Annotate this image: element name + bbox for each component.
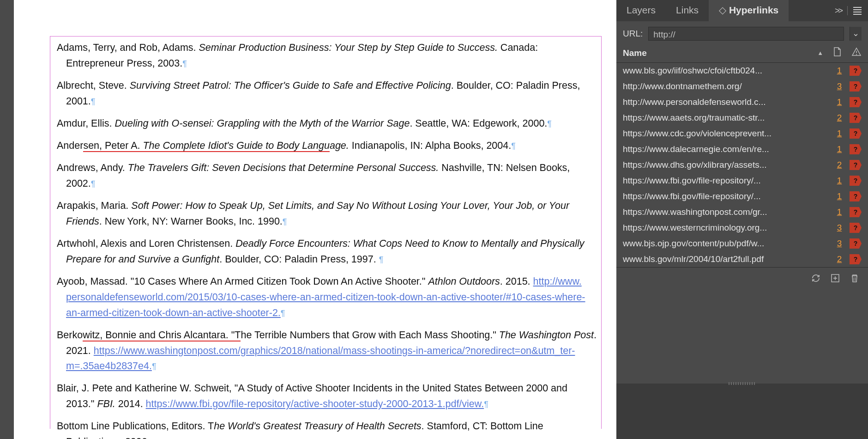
hyperlink-page-number[interactable]: 1 — [834, 207, 845, 217]
hyperlink-page-number[interactable]: 3 — [834, 223, 845, 233]
hyperlink-row[interactable]: https://www.cdc.gov/violenceprevent...1? — [616, 126, 868, 141]
pilcrow-icon: ¶ — [152, 362, 157, 371]
entry[interactable]: Bottom Line Publications, Editors. The W… — [55, 419, 597, 439]
entry[interactable]: Andersen, Peter A. The Complete Idiot's … — [55, 138, 597, 154]
add-icon[interactable] — [830, 273, 840, 283]
trash-icon[interactable] — [850, 273, 860, 283]
text: Ayoob, Massad. "10 Cases Where An Armed … — [57, 276, 428, 287]
text-italic: Dueling with O-sensei: Grappling with th… — [115, 118, 410, 129]
page-icon — [833, 47, 841, 59]
hyperlink-row[interactable]: www.bjs.ojp.gov/content/pub/pdf/w...3? — [616, 236, 868, 251]
hyperlink-url-text: https://www.dhs.gov/xlibrary/assets... — [623, 160, 829, 170]
hyperlink-page-number[interactable]: 2 — [834, 254, 845, 264]
entry[interactable]: Ayoob, Massad. "10 Cases Where An Armed … — [55, 274, 597, 321]
text-italic: FBI. — [97, 398, 115, 409]
text-italic: Seminar Production Business: Your Step b… — [199, 42, 498, 53]
hyperlink-text[interactable]: m=.35ae4b2837e4. — [66, 360, 152, 372]
panel-footer — [616, 267, 868, 289]
text-italic: The Travelers Gift: Seven Decisions that… — [128, 162, 439, 173]
hyperlink-page-number[interactable]: 2 — [834, 160, 845, 170]
status-flag-icon: ? — [850, 238, 862, 249]
sort-asc-icon[interactable]: ▲ — [817, 49, 823, 56]
hyperlink-page-number[interactable]: 1 — [834, 97, 845, 107]
status-flag-icon: ? — [850, 207, 862, 217]
panel-resize-handle[interactable] — [729, 382, 756, 385]
pilcrow-icon: ¶ — [91, 179, 96, 189]
col-name[interactable]: Name — [623, 48, 647, 58]
hyperlink-row[interactable]: https://www.washingtonpost.com/gr...1? — [616, 204, 868, 220]
hyperlink-row[interactable]: https://www.fbi.gov/file-repository/...1… — [616, 173, 868, 189]
pilcrow-icon: ¶ — [484, 400, 488, 409]
hyperlink-text[interactable]: personaldefenseworld.com/2015/03/10-case… — [66, 292, 585, 303]
spell-squiggle: witz, Bonnie and Chris Alcantara. "T — [83, 329, 241, 341]
hyperlink-page-number[interactable]: 2 — [834, 113, 845, 123]
hyperlink-row[interactable]: http://www.dontnamethem.org/3? — [616, 79, 868, 94]
status-flag-icon: ? — [850, 81, 862, 91]
hyperlink-text[interactable]: http://www. — [533, 276, 582, 287]
hyperlink-url-text: http://www.dontnamethem.org/ — [623, 81, 829, 91]
text: Albrecht, Steve. — [57, 80, 130, 91]
hyperlink-url-text: https://www.aaets.org/traumatic-str... — [623, 113, 829, 123]
hyperlink-page-number[interactable]: 1 — [834, 176, 845, 186]
text: . New York, NY: Warner Books, Inc. 1990. — [99, 216, 283, 227]
hyperlink-page-number[interactable]: 1 — [834, 191, 845, 201]
hyperlink-row[interactable]: https://www.dhs.gov/xlibrary/assets...2? — [616, 157, 868, 173]
chevron-down-icon[interactable]: ⌄ — [850, 27, 862, 41]
svg-point-1 — [856, 54, 857, 55]
hyperlink-text[interactable]: https://www.washingtonpost.com/graphics/… — [94, 345, 575, 356]
status-flag-icon: ? — [850, 191, 862, 201]
text: Arapakis, Maria. — [57, 200, 131, 211]
text-frame[interactable]: Adams, Terry, and Rob, Adams. Seminar Pr… — [50, 36, 602, 429]
refresh-icon[interactable] — [811, 273, 821, 283]
text: Artwhohl, Alexis and Loren Christensen. — [57, 238, 235, 249]
pilcrow-icon: ¶ — [91, 97, 96, 106]
hyperlink-page-number[interactable]: 3 — [834, 81, 845, 91]
entry[interactable]: Amdur, Ellis. Dueling with O-sensei: Gra… — [55, 116, 597, 132]
entry[interactable]: Albrecht, Steve. Surviving Street Patrol… — [55, 78, 597, 110]
hyperlink-row[interactable]: https://www.dalecarnegie.com/en/re...1? — [616, 141, 868, 157]
text: Berko — [57, 329, 83, 341]
tab-hyperlinks[interactable]: ◇ Hyperlinks — [709, 0, 789, 21]
entry[interactable]: Artwhohl, Alexis and Loren Christensen. … — [55, 236, 597, 268]
tab-layers[interactable]: Layers — [616, 0, 666, 21]
hyperlink-page-number[interactable]: 1 — [834, 128, 845, 139]
hyperlink-text[interactable]: an-armed-citizen-took-down-an-active-sho… — [66, 307, 281, 318]
list-header[interactable]: Name ▲ — [616, 45, 868, 63]
hyperlink-page-number[interactable]: 3 — [834, 238, 845, 249]
panel-menu-icon[interactable] — [853, 7, 862, 15]
text-italic: he World's Greatest Treasury of Health S… — [214, 421, 421, 432]
page[interactable]: Adams, Terry, and Rob, Adams. Seminar Pr… — [14, 0, 616, 439]
expand-icon[interactable]: >> — [835, 6, 842, 16]
entry[interactable]: Adams, Terry, and Rob, Adams. Seminar Pr… — [55, 40, 597, 72]
hyperlink-row[interactable]: https://www.westerncriminology.org...3? — [616, 220, 868, 236]
hyperlink-url-text: https://www.washingtonpost.com/gr... — [623, 207, 829, 217]
hyperlink-row[interactable]: www.bls.gov/mlr/2004/10/art2full.pdf2? — [616, 251, 868, 267]
hyperlink-row[interactable]: https://www.aaets.org/traumatic-str...2? — [616, 110, 868, 126]
hyperlink-page-number[interactable]: 1 — [834, 66, 845, 76]
entry[interactable]: Berkowitz, Bonnie and Chris Alcantara. "… — [55, 328, 597, 375]
entry[interactable]: Blair, J. Pete and Katherine W. Schweit,… — [55, 381, 597, 412]
entry[interactable]: Andrews, Andy. The Travelers Gift: Seven… — [55, 160, 597, 192]
entry[interactable]: Arapakis, Maria. Soft Power: How to Spea… — [55, 198, 597, 230]
warning-icon — [851, 47, 862, 59]
hyperlink-text[interactable]: https://www.fbi.gov/file-repository/acti… — [146, 398, 484, 409]
pilcrow-icon: ¶ — [182, 59, 187, 68]
pilcrow-icon: ¶ — [547, 119, 552, 128]
text: . Seattle, WA: Edgework, 2000. — [410, 118, 547, 129]
url-row: URL: http:// ⌄ — [616, 21, 868, 45]
hyperlink-url-text: www.bjs.ojp.gov/content/pub/pdf/w... — [623, 238, 829, 249]
url-input[interactable]: http:// — [648, 27, 844, 41]
hyperlink-url-text: https://www.dalecarnegie.com/en/re... — [623, 144, 829, 154]
document-canvas: Adams, Terry, and Rob, Adams. Seminar Pr… — [0, 0, 616, 439]
spell-squiggle: sen, Peter A. The Complete Idiot's Guide… — [83, 140, 330, 152]
hyperlink-row[interactable]: www.bls.gov/iif/oshwc/cfoi/cftb024...1? — [616, 63, 868, 79]
hyperlink-url-text: https://www.fbi.gov/file-repository/... — [623, 191, 829, 201]
hyperlink-row[interactable]: http://www.personaldefenseworld.c...1? — [616, 94, 868, 110]
hyperlink-url-text: www.bls.gov/mlr/2004/10/art2full.pdf — [623, 254, 829, 264]
hyperlink-row[interactable]: https://www.fbi.gov/file-repository/...1… — [616, 189, 868, 204]
tab-links[interactable]: Links — [666, 0, 709, 21]
hyperlinks-panel: Layers Links ◇ Hyperlinks >> URL: http:/… — [616, 0, 868, 384]
hyperlink-page-number[interactable]: 1 — [834, 144, 845, 154]
status-flag-icon: ? — [850, 97, 862, 107]
text-italic: The Washington Post — [499, 329, 594, 341]
